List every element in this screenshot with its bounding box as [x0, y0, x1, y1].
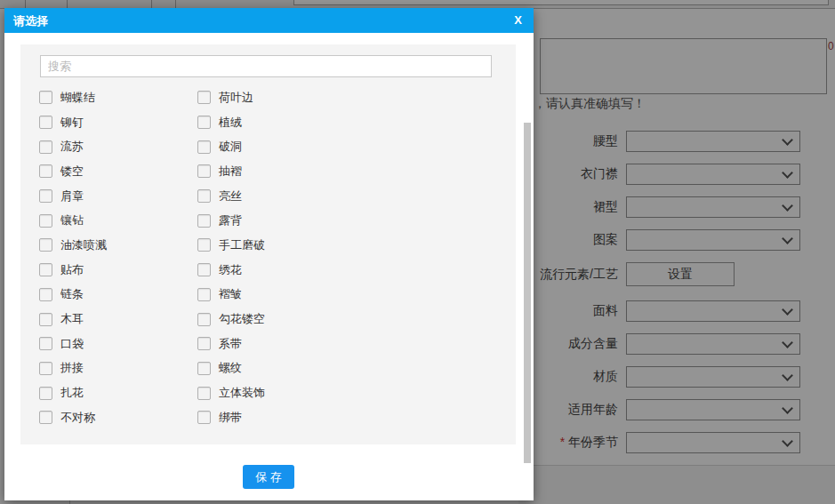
option-label: 木耳 — [60, 311, 84, 327]
checkbox[interactable] — [197, 214, 211, 228]
option-label: 口袋 — [60, 336, 84, 352]
option-label: 肩章 — [60, 188, 84, 204]
dialog-title: 请选择 — [13, 13, 48, 29]
checkbox[interactable] — [39, 164, 52, 178]
checkbox-option[interactable]: 螺纹 — [197, 360, 503, 376]
checkbox-option[interactable]: 荷叶边 — [197, 90, 503, 106]
option-label: 系带 — [219, 336, 242, 352]
checkbox-option[interactable]: 手工磨破 — [197, 237, 503, 253]
checkbox[interactable] — [39, 238, 52, 252]
options-list: 蝴蝶结荷叶边铆钉植绒流苏破洞镂空抽褶肩章亮丝镶钻露背油漆喷溅手工磨破贴布绣花链条… — [39, 85, 503, 441]
option-label: 褶皱 — [219, 286, 242, 302]
option-label: 镶钻 — [60, 212, 84, 228]
option-label: 荷叶边 — [219, 90, 253, 106]
checkbox[interactable] — [39, 91, 52, 104]
checkbox[interactable] — [197, 362, 211, 375]
checkbox[interactable] — [197, 164, 211, 178]
select-dialog: 请选择 X 蝴蝶结荷叶边铆钉植绒流苏破洞镂空抽褶肩章亮丝镶钻露背油漆喷溅手工磨破… — [4, 8, 534, 500]
option-label: 镂空 — [60, 164, 84, 180]
option-label: 绑带 — [219, 410, 242, 426]
checkbox[interactable] — [197, 263, 211, 276]
checkbox-option[interactable]: 贴布 — [39, 262, 197, 278]
option-label: 植绒 — [219, 115, 242, 131]
checkbox-option[interactable]: 抽褶 — [197, 164, 503, 180]
checkbox-option[interactable]: 镶钻 — [39, 212, 197, 228]
checkbox-option[interactable]: 铆钉 — [39, 115, 197, 131]
checkbox[interactable] — [197, 337, 211, 350]
checkbox[interactable] — [39, 313, 52, 326]
checkbox[interactable] — [197, 288, 211, 301]
option-label: 拼接 — [60, 360, 84, 376]
options-panel: 蝴蝶结荷叶边铆钉植绒流苏破洞镂空抽褶肩章亮丝镶钻露背油漆喷溅手工磨破贴布绣花链条… — [20, 44, 516, 444]
option-label: 铆钉 — [60, 115, 84, 131]
option-label: 链条 — [60, 286, 84, 302]
option-label: 流苏 — [60, 139, 84, 155]
checkbox[interactable] — [197, 313, 211, 326]
checkbox-option[interactable]: 不对称 — [39, 410, 197, 426]
save-button[interactable]: 保 存 — [243, 465, 294, 489]
search-input[interactable] — [40, 55, 492, 77]
checkbox-option[interactable]: 植绒 — [197, 115, 503, 131]
checkbox[interactable] — [39, 140, 52, 154]
option-label: 螺纹 — [219, 360, 242, 376]
checkbox[interactable] — [39, 337, 52, 350]
option-label: 破洞 — [219, 139, 242, 155]
close-icon[interactable]: X — [514, 13, 522, 27]
checkbox[interactable] — [197, 411, 211, 424]
checkbox[interactable] — [39, 116, 52, 129]
checkbox-option[interactable]: 蝴蝶结 — [39, 90, 197, 106]
checkbox-option[interactable]: 褶皱 — [197, 286, 503, 302]
option-label: 扎花 — [60, 385, 84, 401]
checkbox-option[interactable]: 流苏 — [39, 139, 197, 155]
checkbox-option[interactable]: 绑带 — [197, 410, 503, 426]
checkbox[interactable] — [39, 362, 52, 375]
option-label: 绣花 — [219, 262, 242, 278]
option-label: 亮丝 — [219, 188, 242, 204]
checkbox[interactable] — [197, 238, 211, 252]
checkbox-option[interactable]: 肩章 — [39, 188, 197, 204]
checkbox[interactable] — [39, 263, 52, 276]
checkbox[interactable] — [197, 140, 211, 154]
option-label: 露背 — [219, 212, 242, 228]
checkbox-option[interactable]: 扎花 — [39, 385, 197, 401]
option-label: 手工磨破 — [219, 237, 265, 253]
scrollbar-thumb[interactable] — [524, 123, 531, 463]
option-label: 立体装饰 — [219, 385, 265, 401]
checkbox-option[interactable]: 口袋 — [39, 336, 197, 352]
checkbox[interactable] — [39, 288, 52, 301]
checkbox[interactable] — [197, 91, 211, 104]
checkbox-option[interactable]: 破洞 — [197, 139, 503, 155]
checkbox-option[interactable]: 立体装饰 — [197, 385, 503, 401]
checkbox-option[interactable]: 拼接 — [39, 360, 197, 376]
option-label: 油漆喷溅 — [60, 237, 107, 253]
option-label: 不对称 — [60, 410, 95, 426]
option-label: 抽褶 — [219, 164, 242, 180]
checkbox[interactable] — [39, 214, 52, 228]
checkbox-option[interactable]: 绣花 — [197, 262, 503, 278]
checkbox[interactable] — [39, 387, 52, 400]
checkbox-option[interactable]: 露背 — [197, 212, 503, 228]
checkbox-option[interactable]: 木耳 — [39, 311, 197, 327]
option-label: 贴布 — [60, 262, 84, 278]
checkbox[interactable] — [39, 189, 52, 203]
checkbox[interactable] — [197, 387, 211, 400]
checkbox[interactable] — [197, 116, 211, 129]
option-label: 勾花镂空 — [219, 311, 265, 327]
checkbox-option[interactable]: 勾花镂空 — [197, 311, 503, 327]
checkbox[interactable] — [39, 411, 52, 424]
checkbox-option[interactable]: 系带 — [197, 336, 503, 352]
checkbox[interactable] — [197, 189, 211, 203]
option-label: 蝴蝶结 — [60, 90, 95, 106]
checkbox-option[interactable]: 镂空 — [39, 164, 197, 180]
checkbox-option[interactable]: 亮丝 — [197, 188, 503, 204]
dialog-header: 请选择 X — [4, 8, 534, 33]
checkbox-option[interactable]: 链条 — [39, 286, 197, 302]
checkbox-option[interactable]: 油漆喷溅 — [39, 237, 197, 253]
